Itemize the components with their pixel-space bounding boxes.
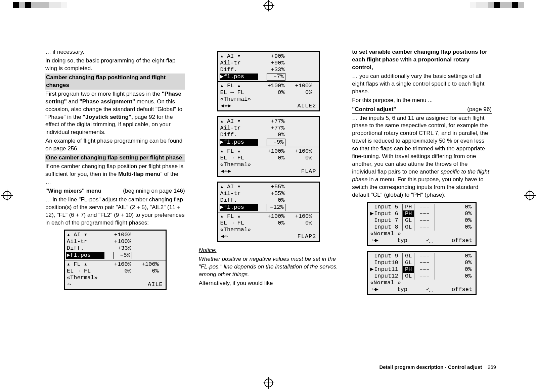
v: 0% <box>257 220 285 227</box>
r: EL → FL <box>67 268 104 275</box>
t: "Phase assignment" <box>80 98 135 105</box>
input-row: Input12GL–––0% <box>368 273 476 280</box>
panel-tag: FLAP2 <box>297 233 316 240</box>
r: Ail-tr <box>220 190 257 197</box>
menu-ref-name: "Control adjust" <box>352 106 396 113</box>
input-panel-b: Input 9GL–––0% Input10GL–––0%▶Input11PH–… <box>367 251 477 295</box>
menu-ref-name: "Wing mixers" menu <box>45 187 101 195</box>
r: ▴ FL ▴ <box>220 213 257 220</box>
t: in <box>368 176 375 183</box>
column-3: to set variable camber changing flap pos… <box>345 48 498 300</box>
menu-ref: "Wing mixers" menu (beginning on page 14… <box>45 187 185 195</box>
lcd-panel-aile2: ▴ AI ▾+90% Ail-tr+90% Diff.+33% ▶fl.pos–… <box>217 51 320 111</box>
r: ▶fl.pos <box>220 74 258 80</box>
r: ▶fl.pos <box>220 139 258 146</box>
lcd-panel-flap: ▴ AI ▾+77% Ail-tr+77% Diff.0% ▶fl.pos–9%… <box>217 116 320 177</box>
text: … the inputs 5, 6 and 11 are assigned fo… <box>352 114 492 199</box>
nav-icon: ◀⇔▶ <box>221 168 231 175</box>
panel-footer: ⇔▶typ✓‿offset <box>368 237 476 244</box>
v: +77% <box>257 125 285 132</box>
v: +100% <box>104 238 131 245</box>
text: An example of flight phase programming c… <box>45 137 185 153</box>
menu-ref-page: (beginning on page 146) <box>123 187 185 195</box>
notice-body: Whether positive or negative values must… <box>199 255 339 279</box>
v: –7% <box>267 73 285 81</box>
v: 0% <box>104 268 131 275</box>
v: +90% <box>257 53 285 60</box>
footer-section: Detail program description - Control adj… <box>379 364 482 370</box>
v: +55% <box>257 190 285 197</box>
v: –12% <box>267 204 285 211</box>
registration-bottom <box>264 379 273 389</box>
text: In doing so, the basic programming of th… <box>45 57 185 72</box>
phase-label: «Normal » <box>368 231 476 237</box>
v: 0% <box>285 220 312 227</box>
r: ▴ FL ▴ <box>67 261 104 268</box>
section-heading: One camber changing flap setting per fli… <box>45 154 185 162</box>
input-row: ▶Input 6PH–––0% <box>368 210 476 217</box>
text: Alternatively, if you would like <box>199 280 339 287</box>
r: ▴ FL ▴ <box>220 148 257 155</box>
notice-heading: Notice: <box>199 247 339 254</box>
v: +100% <box>257 213 285 220</box>
panel-tag: AILE <box>148 281 163 288</box>
input-panel-a: Input 5PH–––0%▶Input 6PH–––0% Input 7GL–… <box>367 202 477 246</box>
v: 0% <box>285 89 312 96</box>
footer-page-number: 269 <box>488 364 496 370</box>
r: «Thermal» <box>220 161 257 168</box>
text: to set variable camber changing flap pos… <box>352 48 492 71</box>
v: –5% <box>113 252 132 259</box>
r: ▴ AI ▾ <box>67 232 104 238</box>
text: … if necessary. <box>45 48 185 56</box>
registration-top <box>0 0 537 11</box>
input-row: Input 8GL–––0% <box>368 224 476 231</box>
page-body: … if necessary. In doing so, the basic p… <box>0 11 537 300</box>
v: +100% <box>285 83 312 89</box>
v: +55% <box>257 184 285 190</box>
r: Ail-tr <box>67 238 104 245</box>
v: +77% <box>257 118 285 125</box>
column-2: ▴ AI ▾+90% Ail-tr+90% Diff.+33% ▶fl.pos–… <box>192 48 345 300</box>
input-row: Input 5PH–––0% <box>368 204 476 210</box>
v: +100% <box>131 261 159 268</box>
nav-icon: ◀⇔▶ <box>221 103 231 109</box>
r: ▴ AI ▾ <box>220 53 257 60</box>
lcd-panel-aile: ▴ AI ▾+100% Ail-tr+100% Diff.+33% ▶fl.po… <box>64 230 167 290</box>
r: EL → FL <box>220 220 257 227</box>
r: «Thermal» <box>220 96 257 103</box>
menu-ref: "Control adjust" (page 96) <box>352 106 492 114</box>
input-row: Input 7GL–––0% <box>368 217 476 224</box>
v: +100% <box>104 261 131 268</box>
v: +33% <box>104 245 131 252</box>
text: If one camber changing flap position per… <box>45 163 185 186</box>
r: ▶fl.pos <box>220 204 258 211</box>
menu-ref-page: (page 96) <box>467 106 492 113</box>
v: 0% <box>257 89 285 96</box>
panel-tag: AILE2 <box>297 103 316 109</box>
registration-right <box>526 191 534 201</box>
column-1: … if necessary. In doing so, the basic p… <box>39 48 192 300</box>
v: +90% <box>257 60 285 66</box>
t: … the inputs 5, 6 and 11 are assigned fo… <box>352 115 488 175</box>
input-row: Input10GL–––0% <box>368 259 476 266</box>
v: +33% <box>257 66 285 73</box>
r: Ail-tr <box>220 125 257 132</box>
r: ▴ AI ▾ <box>220 184 257 190</box>
panel-footer: ⇔▶typ✓‿offset <box>368 286 476 293</box>
page-footer: Detail program description - Control adj… <box>379 364 496 370</box>
r: Diff. <box>220 132 257 138</box>
v: +100% <box>285 148 312 155</box>
panel-tag: FLAP <box>301 168 316 175</box>
v: +100% <box>257 148 285 155</box>
r: ▴ FL ▴ <box>220 83 257 89</box>
v: 0% <box>257 155 285 161</box>
v: 0% <box>131 268 159 275</box>
r: Diff. <box>220 66 257 73</box>
text: For this purpose, in the menu ... <box>352 97 492 104</box>
r: EL → FL <box>220 89 257 96</box>
r: ▴ AI ▾ <box>220 118 257 125</box>
v: 0% <box>257 132 285 138</box>
r: EL → FL <box>220 155 257 161</box>
text: … you can additionally vary the basic se… <box>352 72 492 96</box>
r: «Thermal» <box>220 227 257 233</box>
